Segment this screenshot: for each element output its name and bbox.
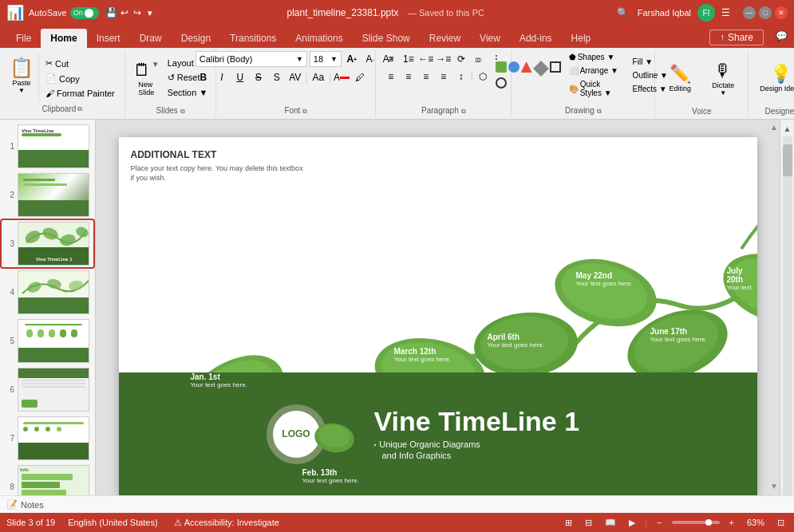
slideshow-btn[interactable]: ▶ bbox=[626, 518, 638, 528]
slides-panel: 1 Vine TimeLine 2 3 bbox=[0, 120, 96, 513]
slide-thumb-2[interactable]: 2 bbox=[2, 171, 93, 219]
maximize-btn[interactable]: □ bbox=[759, 6, 772, 19]
font-case-btn[interactable]: Aa bbox=[310, 69, 326, 85]
reading-view-btn[interactable]: 📖 bbox=[602, 518, 619, 528]
underline-btn[interactable]: U bbox=[232, 69, 248, 85]
language-label[interactable]: English (United States) bbox=[65, 518, 161, 527]
tab-home[interactable]: Home bbox=[41, 29, 86, 48]
convert-smart-btn[interactable]: ⎄ bbox=[471, 51, 487, 67]
close-btn[interactable]: ✕ bbox=[775, 6, 788, 19]
font-size-dropdown[interactable]: 18 ▼ bbox=[310, 51, 342, 67]
font-color-btn[interactable]: A bbox=[334, 69, 350, 85]
tab-addins[interactable]: Add-ins bbox=[510, 29, 562, 48]
editing-button[interactable]: ✏️ Editing bbox=[660, 61, 700, 96]
dictate-label: Dictate bbox=[712, 81, 734, 89]
share-button[interactable]: ↑ Share bbox=[709, 30, 764, 45]
strikethrough-btn[interactable]: S bbox=[251, 69, 267, 85]
shape-btn[interactable] bbox=[496, 77, 507, 89]
shape-btn[interactable] bbox=[521, 61, 532, 73]
ribbon-display-btn[interactable]: ☰ bbox=[721, 7, 730, 18]
font-dropdown[interactable]: Calibri (Body) ▼ bbox=[196, 51, 307, 67]
bullets-btn[interactable]: ≡ bbox=[383, 51, 399, 67]
tab-review[interactable]: Review bbox=[420, 29, 470, 48]
redo-btn[interactable]: ↪ bbox=[131, 6, 144, 19]
shape-btn[interactable] bbox=[508, 61, 519, 73]
tab-help[interactable]: Help bbox=[562, 29, 601, 48]
paste-button[interactable]: 📋 Paste ▼ bbox=[5, 53, 39, 103]
cut-button[interactable]: ✂Cut bbox=[42, 57, 118, 70]
node-date-jul: July 20th bbox=[727, 266, 757, 284]
minimize-btn[interactable]: — bbox=[743, 6, 756, 19]
shapes-dropdown-btn[interactable]: ⬟ Shapes ▼ bbox=[566, 51, 626, 63]
zoom-level[interactable]: 63% bbox=[744, 518, 768, 527]
zoom-slider[interactable] bbox=[672, 521, 720, 524]
quick-access-save[interactable]: 💾 bbox=[105, 6, 118, 19]
dictate-button[interactable]: 🎙 Dictate ▼ bbox=[703, 57, 743, 100]
slide-thumb-5[interactable]: 5 bbox=[2, 317, 93, 365]
text-direction-btn[interactable]: ⟳ bbox=[453, 51, 469, 67]
copy-button[interactable]: 📄Copy bbox=[42, 72, 118, 85]
align-center-btn[interactable]: ≡ bbox=[401, 69, 417, 85]
scroll-thumb[interactable] bbox=[783, 144, 792, 176]
notes-label[interactable]: Notes bbox=[21, 500, 44, 510]
canvas-scroll-down[interactable]: ▼ bbox=[770, 482, 778, 491]
slide-thumb-7[interactable]: 7 bbox=[2, 415, 93, 462]
customize-qa[interactable]: ▼ bbox=[144, 6, 156, 19]
slide-thumb-3[interactable]: 3 Vine TimeLine 1 bbox=[2, 220, 93, 267]
additional-text-box[interactable]: ADDITIONAL TEXT Place your text copy her… bbox=[131, 149, 306, 183]
quick-styles-btn[interactable]: 🎨 Quick Styles ▼ bbox=[566, 78, 626, 99]
char-spacing-btn[interactable]: AV bbox=[287, 69, 303, 85]
tab-draw[interactable]: Draw bbox=[130, 29, 172, 48]
canvas-scroll-up[interactable]: ▲ bbox=[770, 123, 778, 132]
new-slide-button[interactable]: 🗒 ▼ NewSlide bbox=[130, 57, 163, 100]
tab-transitions[interactable]: Transitions bbox=[220, 29, 286, 48]
search-btn[interactable]: 🔍 bbox=[615, 5, 631, 21]
ribbon-content: 📋 Paste ▼ ✂Cut 📄Copy 🖌Format Painter Cli… bbox=[0, 48, 794, 120]
tab-file[interactable]: File bbox=[6, 29, 41, 48]
new-slide-label: NewSlide bbox=[138, 81, 154, 97]
slide-thumb-4[interactable]: 4 bbox=[2, 269, 93, 316]
shape-btn[interactable] bbox=[533, 61, 549, 77]
increase-font-btn[interactable]: A+ bbox=[344, 51, 360, 67]
arrange-btn[interactable]: ⬜ Arrange ▼ bbox=[566, 65, 626, 77]
highlight-btn[interactable]: 🖊 bbox=[352, 69, 368, 85]
slide-sorter-btn[interactable]: ⊟ bbox=[582, 518, 595, 528]
cut-label: Cut bbox=[55, 59, 69, 69]
slide-canvas: ADDITIONAL TEXT Place your text copy her… bbox=[119, 137, 757, 496]
timeline-node-jan: Jan. 1st Your text goes here. bbox=[191, 372, 247, 388]
align-right-btn[interactable]: ≡ bbox=[418, 69, 434, 85]
shape-btn[interactable] bbox=[496, 61, 507, 73]
shapes-icon: ⬟ bbox=[569, 53, 576, 61]
design-ideas-button[interactable]: 💡 Design Ideas bbox=[753, 61, 794, 96]
shape-btn[interactable] bbox=[550, 61, 561, 73]
accessibility-label[interactable]: ⚠ Accessibility: Investigate bbox=[171, 518, 282, 528]
bullet-indent: and Info Graphics bbox=[382, 451, 452, 460]
format-painter-button[interactable]: 🖌Format Painter bbox=[42, 87, 118, 100]
tab-animations[interactable]: Animations bbox=[286, 29, 352, 48]
increase-indent-btn[interactable]: →≡ bbox=[436, 51, 452, 67]
normal-view-btn[interactable]: ⊞ bbox=[562, 518, 575, 528]
share-icon: ↑ bbox=[720, 32, 725, 43]
numbering-btn[interactable]: 1≡ bbox=[401, 51, 417, 67]
slide-thumb-1[interactable]: 1 Vine TimeLine bbox=[2, 123, 93, 170]
comments-btn[interactable]: 💬 bbox=[772, 26, 791, 45]
tab-insert[interactable]: Insert bbox=[87, 29, 130, 48]
shadow-btn[interactable]: S bbox=[269, 69, 285, 85]
tab-design[interactable]: Design bbox=[172, 29, 220, 48]
fit-slide-btn[interactable]: ⊡ bbox=[774, 518, 788, 528]
autosave-toggle[interactable]: On bbox=[70, 7, 99, 19]
zoom-out-btn[interactable]: − bbox=[654, 518, 665, 527]
slide-thumb-6[interactable]: 6 bbox=[2, 366, 93, 413]
justify-btn[interactable]: ≡ bbox=[436, 69, 452, 85]
smart-art-btn[interactable]: ⬡ bbox=[475, 69, 491, 85]
decrease-indent-btn[interactable]: ←≡ bbox=[418, 51, 434, 67]
tab-view[interactable]: View bbox=[470, 29, 510, 48]
italic-btn[interactable]: I bbox=[214, 69, 230, 85]
undo-btn[interactable]: ↩ bbox=[118, 6, 131, 19]
bold-btn[interactable]: B bbox=[196, 69, 211, 85]
line-spacing-btn[interactable]: ↕ bbox=[453, 69, 469, 85]
scroll-up-arrow[interactable]: ▲ bbox=[782, 123, 793, 135]
zoom-in-btn[interactable]: + bbox=[726, 518, 737, 527]
tab-slideshow[interactable]: Slide Show bbox=[353, 29, 420, 48]
align-left-btn[interactable]: ≡ bbox=[383, 69, 399, 85]
